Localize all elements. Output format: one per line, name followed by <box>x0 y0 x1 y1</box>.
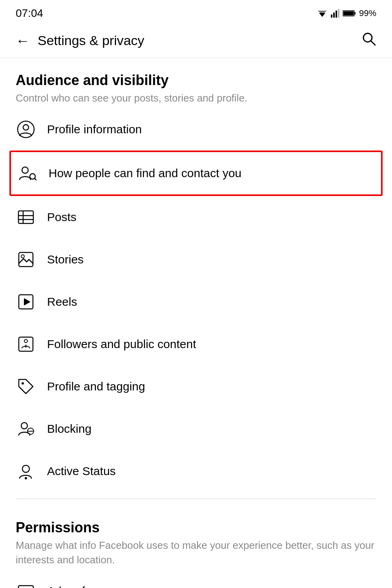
stories-icon <box>16 249 36 270</box>
svg-marker-23 <box>24 299 30 305</box>
status-bar: 07:04 99% <box>0 0 392 24</box>
nav-left: ← Settings & privacy <box>16 33 144 49</box>
reels-icon <box>16 292 36 312</box>
menu-item-blocking[interactable]: Blocking <box>16 408 376 450</box>
posts-label: Posts <box>47 211 76 224</box>
svg-point-13 <box>22 167 28 173</box>
svg-rect-7 <box>354 12 356 15</box>
menu-item-profile-information[interactable]: Profile information <box>16 108 376 151</box>
battery-percentage: 99% <box>359 8 376 18</box>
svg-point-29 <box>21 423 27 429</box>
svg-rect-2 <box>331 15 332 18</box>
permissions-section-title: Permissions <box>16 519 376 536</box>
section-divider <box>16 499 376 499</box>
signal-icon <box>331 9 339 18</box>
svg-rect-34 <box>18 586 33 588</box>
svg-rect-5 <box>338 9 339 18</box>
blocking-icon <box>16 419 36 439</box>
audience-section-subtitle: Control who can see your posts, stories … <box>16 91 376 105</box>
svg-rect-3 <box>333 13 335 18</box>
menu-item-stories[interactable]: Stories <box>16 238 376 281</box>
svg-marker-1 <box>318 11 327 15</box>
ad-icon: Ad <box>16 581 36 588</box>
how-people-find-label: How people can find and contact you <box>49 167 241 180</box>
menu-item-ad-preferences[interactable]: Ad Ad preferences <box>16 570 376 588</box>
back-button[interactable]: ← <box>16 33 30 49</box>
blocking-label: Blocking <box>47 422 91 436</box>
svg-point-12 <box>23 125 29 130</box>
svg-rect-4 <box>336 11 337 18</box>
followers-label: Followers and public content <box>47 338 196 351</box>
wifi-icon <box>317 9 328 18</box>
svg-point-33 <box>25 477 27 479</box>
active-status-icon <box>16 461 36 481</box>
svg-point-25 <box>24 339 27 343</box>
audience-section-header: Audience and visibility Control who can … <box>16 58 376 108</box>
svg-point-28 <box>22 382 24 385</box>
reels-label: Reels <box>47 295 77 309</box>
battery-icon <box>343 10 356 17</box>
menu-item-posts[interactable]: Posts <box>16 196 376 238</box>
person-circle-icon <box>16 119 36 140</box>
profile-information-label: Profile information <box>47 123 142 136</box>
menu-item-how-people-find[interactable]: How people can find and contact you <box>9 151 383 196</box>
ad-preferences-label: Ad preferences <box>47 584 127 588</box>
tag-icon <box>16 376 36 397</box>
svg-rect-8 <box>343 11 354 16</box>
active-status-label: Active Status <box>47 465 116 478</box>
search-button[interactable] <box>361 31 376 50</box>
stories-label: Stories <box>47 253 83 266</box>
menu-item-reels[interactable]: Reels <box>16 281 376 323</box>
status-time: 07:04 <box>16 7 43 20</box>
menu-item-profile-tagging[interactable]: Profile and tagging <box>16 365 376 408</box>
person-search-icon <box>17 163 38 183</box>
menu-item-active-status[interactable]: Active Status <box>16 450 376 492</box>
svg-line-10 <box>371 41 375 45</box>
svg-rect-16 <box>18 211 33 223</box>
permissions-section-subtitle: Manage what info Facebook uses to make y… <box>16 538 376 567</box>
content: Audience and visibility Control who can … <box>0 58 392 588</box>
status-icons: 99% <box>317 8 376 18</box>
audience-section-title: Audience and visibility <box>16 72 376 89</box>
profile-tagging-label: Profile and tagging <box>47 380 145 393</box>
svg-point-21 <box>21 255 24 258</box>
menu-item-followers[interactable]: Followers and public content <box>16 323 376 365</box>
nav-title: Settings & privacy <box>38 33 144 48</box>
followers-icon <box>16 334 36 354</box>
permissions-section-header: Permissions Manage what info Facebook us… <box>16 505 376 570</box>
nav-bar: ← Settings & privacy <box>0 24 392 58</box>
svg-point-32 <box>22 465 29 472</box>
posts-icon <box>16 207 36 227</box>
svg-rect-20 <box>19 252 33 267</box>
svg-line-15 <box>34 178 36 180</box>
